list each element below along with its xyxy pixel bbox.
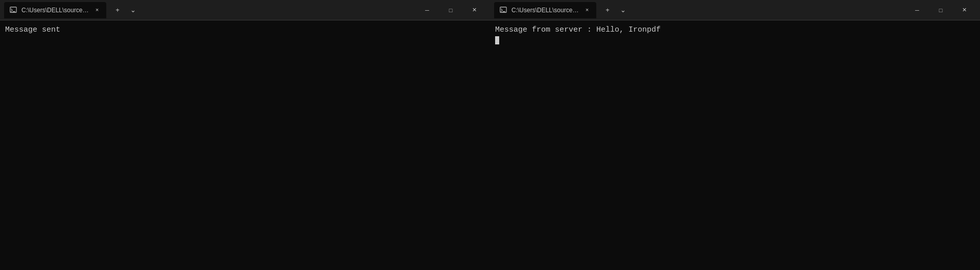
maximize-button-left[interactable]: □ bbox=[439, 2, 462, 18]
terminal-window-left: C:\Users\DELL\source\repos\( × + ⌄ ─ □ ✕… bbox=[0, 0, 490, 270]
title-bar-left: C:\Users\DELL\source\repos\( × + ⌄ ─ □ ✕ bbox=[0, 0, 490, 20]
tab-right[interactable]: C:\Users\DELL\source\repos\( × bbox=[494, 2, 596, 18]
tab-close-right[interactable]: × bbox=[583, 6, 591, 14]
minimize-button-left[interactable]: ─ bbox=[415, 2, 439, 18]
title-bar-actions-left: + ⌄ bbox=[110, 3, 140, 17]
minimize-button-right[interactable]: ─ bbox=[905, 2, 929, 18]
close-button-left[interactable]: ✕ bbox=[462, 2, 486, 18]
window-controls-right: ─ □ ✕ bbox=[905, 2, 976, 18]
new-tab-button-right[interactable]: + bbox=[600, 3, 615, 17]
tab-dropdown-button-right[interactable]: ⌄ bbox=[616, 3, 630, 17]
close-button-right[interactable]: ✕ bbox=[952, 2, 976, 18]
terminal-body-left[interactable]: Message sent bbox=[0, 20, 490, 270]
terminal-cursor bbox=[495, 36, 499, 44]
title-bar-actions-right: + ⌄ bbox=[600, 3, 630, 17]
tab-title-left: C:\Users\DELL\source\repos\( bbox=[21, 7, 89, 14]
cursor-line bbox=[495, 36, 975, 44]
terminal-icon-left bbox=[9, 6, 17, 14]
title-bar-right: C:\Users\DELL\source\repos\( × + ⌄ ─ □ ✕ bbox=[490, 0, 980, 20]
terminal-body-right[interactable]: Message from server : Hello, Ironpdf bbox=[490, 20, 980, 270]
new-tab-button-left[interactable]: + bbox=[110, 3, 125, 17]
terminal-text-right: Message from server : Hello, Ironpdf bbox=[495, 24, 661, 36]
tab-title-right: C:\Users\DELL\source\repos\( bbox=[511, 7, 579, 14]
terminal-window-right: C:\Users\DELL\source\repos\( × + ⌄ ─ □ ✕… bbox=[490, 0, 980, 270]
tab-dropdown-button-left[interactable]: ⌄ bbox=[126, 3, 140, 17]
tab-left[interactable]: C:\Users\DELL\source\repos\( × bbox=[4, 2, 106, 18]
window-controls-left: ─ □ ✕ bbox=[415, 2, 486, 18]
terminal-output-left: Message sent bbox=[5, 24, 485, 36]
tab-close-left[interactable]: × bbox=[93, 6, 101, 14]
terminal-icon-right bbox=[499, 6, 507, 14]
terminal-output-right: Message from server : Hello, Ironpdf bbox=[495, 24, 975, 36]
maximize-button-right[interactable]: □ bbox=[929, 2, 952, 18]
